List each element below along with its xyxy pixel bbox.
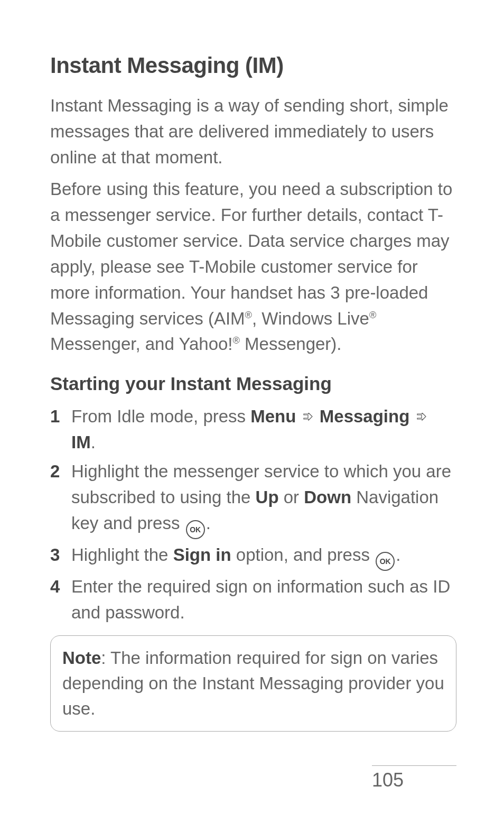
page-number: 105 [372,765,456,791]
note-box: Note: The information required for sign … [50,635,456,732]
step-3: Highlight the Sign in option, and press … [50,542,456,571]
steps-list: From Idle mode, press Menu Messaging IM.… [50,404,456,626]
down-label: Down [304,487,351,507]
intro-paragraph-1: Instant Messaging is a way of sending sh… [50,93,456,170]
arrow-icon [417,413,426,423]
step-4: Enter the required sign on information s… [50,574,456,626]
registered-mark-aim: ® [245,310,252,320]
messaging-label: Messaging [320,406,410,426]
step-1: From Idle mode, press Menu Messaging IM. [50,404,456,456]
ok-key-label: OK [380,556,391,567]
menu-label: Menu [250,406,296,426]
intro2-end: Messenger). [240,334,342,354]
step3-period: . [396,545,400,565]
page-number-rule [372,765,456,766]
ok-key-icon: OK [186,520,205,539]
step3-text2: option, and press [231,545,375,565]
page-number-value: 105 [372,769,404,791]
step2-period: . [206,513,211,533]
step1-period: . [91,432,96,452]
page-title: Instant Messaging (IM) [50,53,456,78]
note-text: : The information required for sign on v… [62,648,444,718]
step1-text: From Idle mode, press [71,406,250,426]
ok-key-label: OK [190,524,201,535]
registered-mark-yahoo: ® [233,335,240,346]
im-label: IM [71,432,91,452]
signin-label: Sign in [173,545,231,565]
intro-paragraph-2: Before using this feature, you need a su… [50,177,456,357]
intro2-pre: Before using this feature, you need a su… [50,179,452,328]
up-label: Up [256,487,279,507]
section-heading: Starting your Instant Messaging [50,373,456,394]
arrow-icon [303,413,313,423]
intro2-post: Messenger, and Yahoo! [50,334,233,354]
step3-text1: Highlight the [71,545,173,565]
page: Instant Messaging (IM) Instant Messaging… [0,0,504,823]
ok-key-icon: OK [376,552,395,571]
step-2: Highlight the messenger service to which… [50,459,456,539]
step2-or: or [279,487,304,507]
intro2-mid: , Windows Live [252,309,369,328]
registered-mark-wl: ® [369,310,376,320]
note-label: Note [62,648,101,668]
